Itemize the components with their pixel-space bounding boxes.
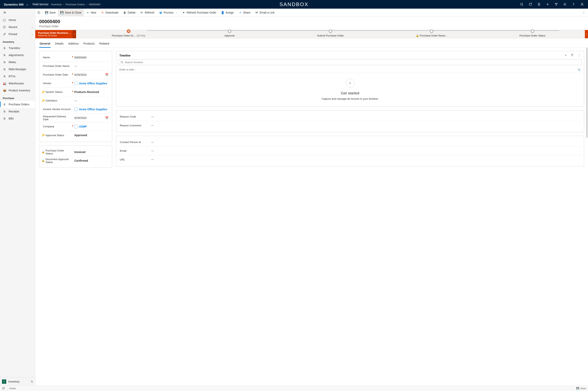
empty-plus-icon[interactable]: + [346, 79, 355, 88]
field-reason-comment[interactable]: Reason Comment --- [119, 121, 582, 130]
lightbulb-icon[interactable] [537, 2, 541, 6]
help-icon[interactable] [572, 2, 576, 6]
field-company[interactable]: Company * USMF [42, 122, 110, 131]
field-approval-status[interactable]: 🔑Approval Status Approved [42, 131, 110, 139]
nav-bills[interactable]: 🗎Bills [0, 115, 35, 122]
timeline-filter-button[interactable] [571, 54, 574, 57]
calendar-icon[interactable]: 📅 [105, 116, 108, 119]
new-button[interactable]: +New [84, 9, 99, 16]
tab-products[interactable]: Products [83, 41, 95, 48]
tab-general[interactable]: General [39, 41, 51, 48]
field-value[interactable]: Approved [74, 134, 110, 137]
bpf-stage-approval[interactable]: Approval [179, 31, 280, 37]
user-icon[interactable] [580, 2, 584, 6]
footer-save-button[interactable]: 💾Save [574, 386, 588, 391]
nav-warehouses[interactable]: 🏭Warehouses [0, 80, 35, 87]
field-contact-person[interactable]: Contact Person Id --- [119, 138, 582, 147]
process-button[interactable]: ▦Process⌄ [157, 9, 180, 16]
share-button[interactable]: ↗Share [236, 9, 253, 16]
nav-rmas[interactable]: 🗎RMAs [0, 59, 35, 66]
calendar-icon[interactable]: 📅 [105, 73, 108, 76]
timeline-search-input[interactable] [125, 61, 580, 64]
field-value[interactable]: --- [151, 124, 582, 127]
field-value[interactable]: --- [151, 149, 582, 152]
area-switcher[interactable]: I Inventory ⇅ [0, 377, 35, 386]
brand-switcher[interactable]: Dynamics 365 ⌄ [2, 3, 30, 6]
field-value[interactable]: --- [151, 158, 582, 161]
bpf-stage-status[interactable]: Purchase Order Status [482, 31, 583, 37]
nav-pinned[interactable]: Pinned ⌄ [0, 31, 35, 38]
save-button[interactable]: 💾Save [43, 9, 58, 16]
more-commands-button[interactable]: ⋮ [580, 9, 588, 16]
refresh-po-button[interactable]: ✦Refresh Purchase Order [180, 9, 219, 16]
refresh-button[interactable]: ⟳Refresh [138, 9, 157, 16]
vendor-link[interactable]: Acme Office Supplies [74, 82, 110, 85]
field-value[interactable]: 00000400 [74, 56, 110, 59]
nav-rma-receipts[interactable]: 🗎RMA Receipts [0, 66, 35, 73]
breadcrumb-level-2[interactable]: Purchase Orders [66, 3, 85, 6]
field-value[interactable]: --- [74, 99, 110, 102]
timeline-more-button[interactable]: ⋮ [578, 54, 581, 57]
nav-home[interactable]: Home [0, 16, 35, 23]
attachment-icon[interactable]: 📎 [578, 68, 581, 71]
email-link-button[interactable]: ✉Email a Link [253, 9, 277, 16]
field-system-status[interactable]: 🔑System Status * Products Received [42, 88, 110, 96]
company-link[interactable]: USMF [74, 125, 110, 128]
chevron-down-icon[interactable]: ⌄ [31, 33, 33, 35]
scrollbar-thumb[interactable] [586, 47, 588, 138]
search-icon[interactable] [520, 2, 524, 6]
field-value[interactable]: --- [151, 115, 582, 118]
deactivate-button[interactable]: ⎘Deactivate [99, 9, 121, 16]
field-reason-code[interactable]: Reason Code --- [119, 112, 582, 121]
invoice-vendor-link[interactable]: Acme Office Supplies [74, 107, 110, 111]
bpf-stage-submit[interactable]: Submit Purchase Order [280, 31, 381, 37]
status-active[interactable]: Active [7, 386, 18, 391]
timeline-search[interactable] [119, 59, 582, 65]
target-icon[interactable] [528, 2, 532, 6]
popout-button[interactable] [0, 386, 7, 391]
scrollbar[interactable] [586, 16, 588, 386]
nav-receipts[interactable]: 🗎Receipts [0, 108, 35, 115]
go-back-button[interactable] [35, 9, 43, 16]
breadcrumb-level-3[interactable]: 00000400 [89, 3, 100, 6]
breadcrumb-level-1[interactable]: Inventory [51, 3, 62, 6]
bpf-header[interactable]: Purchase Order Business ... Active for 3… [35, 30, 73, 38]
filter-icon[interactable] [554, 2, 558, 6]
field-requested-delivery[interactable]: Requested Delivery Date 9/29/2020📅 [42, 114, 110, 122]
field-value[interactable]: 9/29/2020📅 [74, 116, 110, 119]
nav-adjustments[interactable]: 🗎Adjustments [0, 52, 35, 59]
bpf-stage-draft[interactable]: Purchase Order Dr... (32 Hrs) [78, 31, 179, 37]
gear-icon[interactable] [563, 2, 567, 6]
field-po-name[interactable]: Purchase Order Name --- [42, 62, 110, 70]
nav-rtvs[interactable]: 🗎RTVs [0, 73, 35, 80]
field-url[interactable]: URL --- [119, 155, 582, 164]
chevron-down-icon[interactable]: ⌄ [31, 26, 33, 28]
nav-recent[interactable]: Recent ⌄ [0, 23, 35, 31]
field-value[interactable]: Products Received [74, 91, 110, 94]
field-value[interactable]: --- [151, 141, 582, 144]
bpf-stage-receipt[interactable]: 🔒Purchase Order Recei... [381, 31, 482, 37]
field-substatus[interactable]: 🔑Substatus --- [42, 96, 110, 105]
timeline-add-button[interactable]: + [565, 54, 567, 57]
assign-button[interactable]: 👤Assign [219, 9, 236, 16]
nav-transfers[interactable]: 🗎Transfers [0, 45, 35, 52]
nav-product-inventory[interactable]: 📦Product Inventory [0, 87, 35, 94]
field-po-date[interactable]: Purchase Order Date * 9/29/2020📅 [42, 70, 110, 79]
field-value[interactable]: --- [74, 65, 110, 68]
field-name[interactable]: Name * 00000400 [42, 53, 110, 62]
field-email[interactable]: Email --- [119, 147, 582, 155]
field-invoice-vendor[interactable]: Invoice Vendor Account Acme Office Suppl… [42, 105, 110, 114]
field-value[interactable]: 9/29/2020📅 [74, 73, 110, 76]
tab-details[interactable]: Details [55, 41, 64, 48]
bpf-collapse-button[interactable]: ‹ [73, 30, 76, 38]
sitemap-collapse-button[interactable] [0, 9, 35, 16]
tab-address[interactable]: Address [68, 41, 79, 48]
app-name[interactable]: Field Service [30, 3, 51, 6]
delete-button[interactable]: 🗑Delete [121, 9, 138, 16]
plus-icon[interactable] [546, 2, 550, 6]
save-close-button[interactable]: 💾Save & Close [58, 9, 84, 16]
tab-related[interactable]: Related [99, 41, 110, 48]
field-vendor[interactable]: Vendor * Acme Office Supplies [42, 79, 110, 88]
timeline-note-input[interactable]: Enter a note... 📎 [119, 66, 582, 73]
nav-purchase-orders[interactable]: 🗎Purchase Orders [0, 101, 35, 108]
